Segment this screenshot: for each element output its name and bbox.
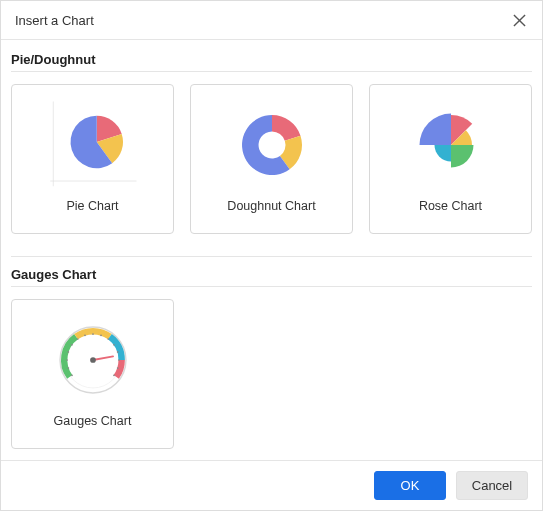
svg-point-12: [84, 334, 86, 336]
chart-option-gauges[interactable]: Gauges Chart: [11, 299, 174, 449]
gauges-section-grid: Gauges Chart: [11, 297, 532, 460]
rose-chart-thumb: [391, 91, 511, 199]
doughnut-chart-thumb: [212, 91, 332, 199]
svg-point-6: [71, 374, 73, 376]
pie-section-grid: Pie Chart Doughnut Chart: [11, 82, 532, 248]
section-title-gauges: Gauges Chart: [11, 256, 532, 282]
card-label: Pie Chart: [66, 199, 118, 213]
svg-point-19: [116, 367, 118, 369]
card-label: Doughnut Chart: [227, 199, 315, 213]
svg-point-8: [66, 359, 68, 361]
section-title-pie: Pie/Doughnut: [11, 52, 532, 67]
svg-point-11: [76, 338, 78, 340]
chart-option-pie[interactable]: Pie Chart: [11, 84, 174, 234]
rose-chart-icon: [406, 100, 496, 190]
svg-point-9: [67, 351, 69, 353]
svg-point-18: [118, 359, 120, 361]
insert-chart-dialog: Insert a Chart Pie/Doughnut: [0, 0, 543, 511]
svg-point-16: [113, 344, 115, 346]
pie-chart-thumb: [33, 91, 153, 199]
gauges-chart-thumb: [33, 306, 153, 414]
dialog-body: Pie/Doughnut Pie Chart: [1, 40, 542, 460]
gauges-chart-icon: [50, 317, 136, 403]
svg-point-20: [113, 374, 115, 376]
svg-point-14: [100, 334, 102, 336]
section-divider: [11, 286, 532, 287]
svg-point-13: [92, 333, 94, 335]
svg-point-15: [107, 338, 109, 340]
doughnut-chart-icon: [227, 100, 317, 190]
ok-button[interactable]: OK: [374, 471, 446, 500]
close-button[interactable]: [510, 11, 528, 29]
card-label: Gauges Chart: [54, 414, 132, 428]
dialog-header: Insert a Chart: [1, 1, 542, 40]
chart-option-doughnut[interactable]: Doughnut Chart: [190, 84, 353, 234]
card-label: Rose Chart: [419, 199, 482, 213]
close-icon: [513, 14, 526, 27]
svg-point-10: [71, 344, 73, 346]
pie-chart-icon: [48, 100, 138, 190]
svg-point-17: [116, 351, 118, 353]
dialog-footer: OK Cancel: [1, 460, 542, 510]
section-divider: [11, 71, 532, 72]
chart-option-rose[interactable]: Rose Chart: [369, 84, 532, 234]
cancel-button[interactable]: Cancel: [456, 471, 528, 500]
svg-point-7: [67, 367, 69, 369]
svg-point-22: [90, 357, 96, 363]
dialog-title: Insert a Chart: [15, 13, 94, 28]
